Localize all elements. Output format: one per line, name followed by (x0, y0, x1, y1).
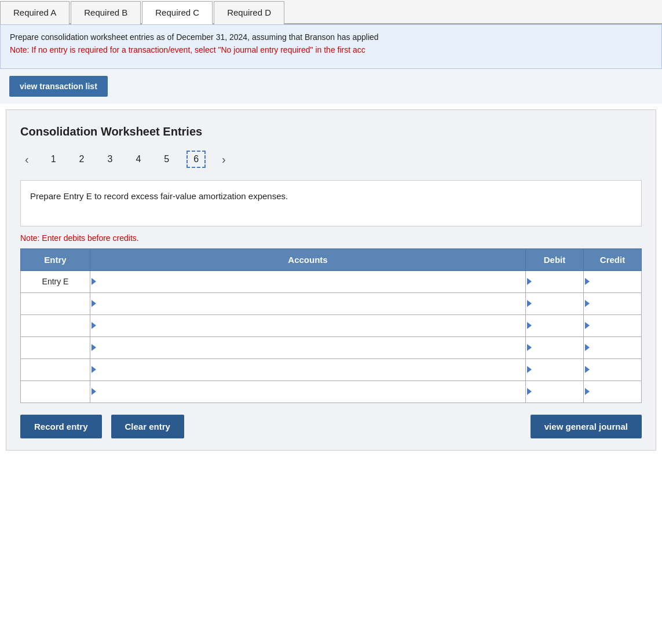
credit-tri-6 (585, 388, 590, 395)
accounts-cell-2[interactable] (90, 292, 526, 314)
clear-entry-button[interactable]: Clear entry (111, 415, 184, 438)
table-row (21, 380, 642, 402)
credit-cell-2[interactable] (584, 292, 642, 314)
tab-required-b[interactable]: Required B (71, 1, 141, 24)
debit-input-3[interactable] (526, 315, 583, 336)
tri-icon-2 (92, 300, 96, 307)
accounts-input-1[interactable] (90, 271, 525, 292)
table-row (21, 314, 642, 336)
accounts-cell-4[interactable] (90, 336, 526, 358)
entry-description: Prepare Entry E to record excess fair-va… (20, 180, 642, 226)
accounts-cell-5[interactable] (90, 358, 526, 380)
tab-required-a[interactable]: Required A (0, 1, 70, 24)
debit-tri-1 (527, 278, 532, 285)
entry-label-1: Entry E (21, 270, 90, 292)
info-note-text: Note: If no entry is required for a tran… (10, 43, 652, 56)
pagination: ‹ 1 2 3 4 5 6 › (20, 151, 642, 169)
accounts-input-4[interactable] (90, 337, 525, 358)
debit-input-6[interactable] (526, 381, 583, 402)
debit-tri-5 (527, 366, 532, 373)
credit-input-6[interactable] (584, 381, 641, 402)
credit-tri-3 (585, 322, 590, 329)
credit-input-3[interactable] (584, 315, 641, 336)
debit-input-1[interactable] (526, 271, 583, 292)
accounts-input-3[interactable] (90, 315, 525, 336)
credit-tri-4 (585, 344, 590, 351)
tabs-container: Required A Required B Required C Require… (0, 0, 662, 24)
col-header-debit: Debit (526, 248, 584, 270)
table-row: Entry E (21, 270, 642, 292)
page-5[interactable]: 5 (158, 152, 175, 167)
entry-label-5 (21, 358, 90, 380)
credit-input-4[interactable] (584, 337, 641, 358)
col-header-entry: Entry (21, 248, 90, 270)
credit-input-5[interactable] (584, 359, 641, 380)
worksheet-panel: Consolidation Worksheet Entries ‹ 1 2 3 … (6, 109, 656, 451)
tri-icon-6 (92, 388, 96, 395)
table-row (21, 358, 642, 380)
debit-cell-4[interactable] (526, 336, 584, 358)
debit-input-4[interactable] (526, 337, 583, 358)
entry-description-text: Prepare Entry E to record excess fair-va… (30, 191, 288, 201)
col-header-credit: Credit (584, 248, 642, 270)
tri-icon-5 (92, 366, 96, 373)
debit-cell-6[interactable] (526, 380, 584, 402)
credit-cell-4[interactable] (584, 336, 642, 358)
credit-cell-1[interactable] (584, 270, 642, 292)
transaction-btn-row: view transaction list (0, 69, 662, 104)
accounts-input-2[interactable] (90, 293, 525, 314)
tri-icon-1 (92, 278, 96, 285)
debit-input-2[interactable] (526, 293, 583, 314)
accounts-input-6[interactable] (90, 381, 525, 402)
view-transaction-button[interactable]: view transaction list (9, 76, 108, 97)
accounts-cell-6[interactable] (90, 380, 526, 402)
page-6[interactable]: 6 (186, 151, 206, 168)
table-row (21, 292, 642, 314)
prev-page-button[interactable]: ‹ (20, 151, 34, 169)
page-1[interactable]: 1 (45, 152, 62, 167)
debit-cell-5[interactable] (526, 358, 584, 380)
worksheet-title: Consolidation Worksheet Entries (20, 124, 642, 139)
credit-input-1[interactable] (584, 271, 641, 292)
info-main-text: Prepare consolidation worksheet entries … (10, 31, 652, 43)
entry-note: Note: Enter debits before credits. (20, 233, 642, 243)
col-header-accounts: Accounts (90, 248, 526, 270)
page-4[interactable]: 4 (130, 152, 147, 167)
credit-cell-5[interactable] (584, 358, 642, 380)
debit-cell-1[interactable] (526, 270, 584, 292)
credit-tri-1 (585, 278, 590, 285)
next-page-button[interactable]: › (217, 151, 231, 169)
view-general-journal-button[interactable]: view general journal (531, 415, 642, 438)
info-banner: Prepare consolidation worksheet entries … (0, 24, 662, 69)
page-2[interactable]: 2 (74, 152, 90, 167)
accounts-cell-3[interactable] (90, 314, 526, 336)
entry-label-2 (21, 292, 90, 314)
tri-icon-3 (92, 322, 96, 329)
debit-tri-2 (527, 300, 532, 307)
credit-cell-3[interactable] (584, 314, 642, 336)
tri-icon-4 (92, 344, 96, 351)
credit-cell-6[interactable] (584, 380, 642, 402)
debit-tri-4 (527, 344, 532, 351)
tab-required-c[interactable]: Required C (142, 1, 213, 24)
record-entry-button[interactable]: Record entry (20, 415, 102, 438)
debit-cell-2[interactable] (526, 292, 584, 314)
tab-required-d[interactable]: Required D (214, 1, 284, 24)
accounts-cell-1[interactable] (90, 270, 526, 292)
debit-input-5[interactable] (526, 359, 583, 380)
accounts-input-5[interactable] (90, 359, 525, 380)
debit-cell-3[interactable] (526, 314, 584, 336)
entry-label-3 (21, 314, 90, 336)
credit-input-2[interactable] (584, 293, 641, 314)
entry-table: Entry Accounts Debit Credit Entry E (20, 248, 642, 403)
credit-tri-5 (585, 366, 590, 373)
debit-tri-6 (527, 388, 532, 395)
page-3[interactable]: 3 (101, 152, 118, 167)
entry-label-6 (21, 380, 90, 402)
bottom-buttons: Record entry Clear entry view general jo… (20, 415, 642, 438)
credit-tri-2 (585, 300, 590, 307)
table-row (21, 336, 642, 358)
entry-label-4 (21, 336, 90, 358)
debit-tri-3 (527, 322, 532, 329)
